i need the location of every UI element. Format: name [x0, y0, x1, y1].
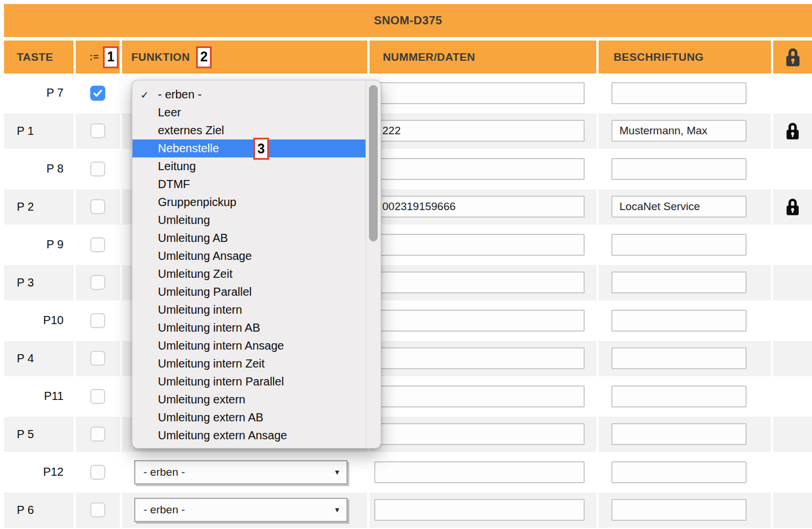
dropdown-option[interactable]: Nebenstelle 3 [132, 139, 366, 157]
description-input[interactable] [611, 423, 747, 445]
dropdown-scrollbar[interactable] [366, 80, 381, 448]
dropdown-option[interactable]: Umleitung [132, 211, 366, 229]
number-input[interactable] [374, 82, 585, 104]
key-cell: P12 [4, 454, 73, 490]
dropdown-option[interactable]: Umleitung intern [132, 301, 366, 319]
description-input[interactable] [611, 158, 747, 180]
key-label: P11 [4, 390, 73, 403]
assign-checkbox[interactable] [90, 502, 105, 517]
number-cell [370, 493, 596, 528]
description-input[interactable] [611, 461, 747, 483]
dropdown-option[interactable]: Umleitung Parallel [132, 283, 366, 301]
dropdown-option[interactable]: Umleitung intern Parallel [132, 373, 366, 391]
function-select[interactable]: - erben - ▼ [134, 460, 348, 484]
key-cell: P11 [4, 379, 73, 414]
number-input[interactable] [374, 271, 585, 293]
table-row: P 2 [4, 188, 812, 226]
assign-checkbox[interactable] [90, 351, 105, 366]
description-input[interactable] [611, 271, 747, 293]
assign-cell [76, 75, 120, 111]
lock-cell [773, 303, 812, 339]
assign-checkbox[interactable] [90, 389, 105, 404]
dropdown-scrollbar-thumb[interactable] [369, 85, 378, 241]
description-input[interactable] [611, 196, 747, 218]
description-cell [599, 493, 771, 528]
number-cell [370, 379, 596, 414]
number-input[interactable] [374, 423, 585, 445]
dropdown-option[interactable]: Umleitung AB [132, 229, 366, 247]
description-input[interactable] [611, 499, 747, 521]
key-label: P 4 [4, 352, 73, 365]
assign-checkbox[interactable] [90, 199, 105, 214]
description-input[interactable] [611, 234, 747, 256]
assign-checkbox[interactable] [90, 313, 105, 328]
device-title-bar: SNOM-D375 [4, 4, 812, 37]
number-input[interactable] [374, 196, 585, 218]
key-cell: P10 [4, 303, 73, 339]
number-input[interactable] [374, 120, 585, 142]
number-cell [370, 303, 596, 339]
assign-checkbox[interactable] [90, 465, 105, 480]
number-input[interactable] [374, 347, 585, 369]
dropdown-option[interactable]: Gruppenpickup [132, 193, 366, 211]
description-cell [599, 265, 771, 301]
function-select-value: - erben - [135, 504, 185, 516]
key-label: P12 [4, 465, 73, 479]
description-cell [599, 341, 771, 377]
chevron-down-icon: ▼ [334, 506, 341, 514]
dropdown-option[interactable]: Umleitung intern Zeit [132, 355, 366, 373]
description-input[interactable] [611, 310, 747, 332]
dropdown-option[interactable]: Leitung [132, 157, 366, 175]
dropdown-option[interactable]: Umleitung extern [132, 391, 366, 409]
dropdown-option-label: Umleitung intern Parallel [158, 375, 284, 388]
description-cell [599, 189, 771, 225]
function-select-value: - erben - [135, 466, 185, 479]
dropdown-option[interactable]: Leer [132, 104, 366, 122]
dropdown-option-label: Umleitung intern AB [158, 321, 260, 335]
lock-cell [773, 227, 812, 263]
dropdown-option[interactable]: Umleitung intern Ansage [132, 337, 366, 355]
assign-cell [76, 227, 120, 263]
number-input[interactable] [374, 310, 585, 332]
number-cell [370, 227, 596, 263]
dropdown-option[interactable]: DTMF [132, 175, 366, 193]
dropdown-option[interactable]: externes Ziel [132, 122, 366, 139]
assign-cell [76, 113, 120, 149]
key-cell: P 2 [4, 189, 73, 225]
function-cell: - erben - ▼ [122, 454, 367, 490]
dropdown-option-label: Umleitung Zeit [158, 267, 232, 281]
dropdown-option[interactable]: Umleitung extern AB [132, 409, 366, 427]
number-input[interactable] [374, 234, 585, 256]
number-input[interactable] [374, 461, 585, 483]
assign-checkbox[interactable] [90, 123, 105, 138]
dropdown-option[interactable]: ✓ - erben - [132, 86, 366, 104]
function-select[interactable]: - erben - ▼ [134, 498, 348, 522]
description-input[interactable] [611, 82, 747, 104]
lock-cell [773, 113, 812, 149]
number-cell [370, 75, 596, 111]
column-header-nummer-label: NUMMER/DATEN [383, 51, 475, 64]
dropdown-option[interactable]: Umleitung extern Ansage [132, 427, 366, 444]
number-input[interactable] [374, 385, 585, 407]
dropdown-option-label: Umleitung extern [158, 393, 245, 406]
description-cell [599, 303, 771, 339]
table-row: P 8 [4, 150, 812, 188]
key-cell: P 4 [4, 341, 73, 377]
assign-checkbox[interactable] [90, 237, 105, 252]
assign-checkbox[interactable] [90, 427, 105, 442]
number-input[interactable] [374, 499, 585, 521]
number-input[interactable] [374, 158, 585, 180]
number-cell [370, 189, 596, 225]
description-input[interactable] [611, 120, 747, 142]
assign-checkbox[interactable] [90, 275, 105, 290]
annotation-badge-3: 3 [253, 138, 269, 160]
dropdown-option[interactable]: Umleitung intern AB [132, 319, 366, 337]
number-cell [370, 454, 596, 490]
dropdown-option[interactable]: Umleitung Zeit [132, 265, 366, 283]
description-input[interactable] [611, 347, 747, 369]
assign-checkbox[interactable] [90, 86, 105, 101]
dropdown-option[interactable]: Umleitung Ansage [132, 247, 366, 265]
assign-checkbox[interactable] [90, 161, 105, 177]
table-header-row: TASTE := 1 FUNKTION 2 NUMMER/DATEN BESCH… [4, 41, 812, 74]
description-input[interactable] [611, 385, 747, 407]
